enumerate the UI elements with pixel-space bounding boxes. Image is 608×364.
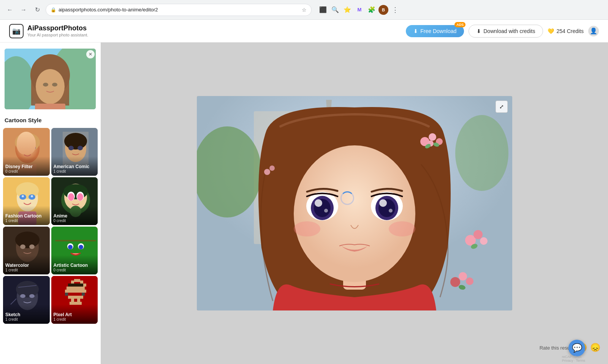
main-content: ⤢ Rate this result: 😊 😞 💬 reCAPTCHAPriva…: [101, 43, 608, 364]
svg-rect-71: [71, 299, 74, 302]
close-photo-button[interactable]: ✕: [86, 50, 95, 58]
expand-button[interactable]: ⤢: [496, 101, 508, 113]
logo-area: 📷 AiPassportPhotos Your AI passport phot…: [9, 24, 88, 38]
style-credit-fashion-cartoon: 1 credit: [5, 219, 48, 223]
free-download-button[interactable]: ADS ⬇ Free Download: [406, 25, 464, 37]
svg-rect-68: [65, 293, 68, 296]
svg-point-105: [473, 230, 483, 239]
sidebar: ✕ Cartoon Style Disney Filter 0 credit A…: [0, 43, 101, 364]
app-header: 📷 AiPassportPhotos Your AI passport phot…: [0, 20, 608, 43]
download-credits-icon: ⬇: [477, 28, 481, 34]
style-name-sketch: Sketch: [5, 312, 48, 317]
chat-widget[interactable]: 💬: [568, 340, 585, 356]
style-name-pixel-art: Pixel Art: [54, 312, 96, 317]
menu-button[interactable]: ⋮: [390, 5, 401, 15]
svg-point-20: [68, 146, 74, 150]
svg-point-87: [389, 221, 415, 236]
style-credit-sketch: 1 credit: [5, 317, 48, 321]
style-item-american-comic[interactable]: American Comic 1 credit: [51, 128, 98, 176]
style-item-anime[interactable]: Anime 0 credit: [51, 177, 98, 225]
credits-display: 💛 254 Credits: [548, 28, 584, 34]
style-overlay-pixel-art: Pixel Art 1 credit: [51, 304, 98, 324]
url-text: aipassportphotos.com/photo-to-anime/edit…: [59, 7, 299, 13]
download-credits-button[interactable]: ⬇ Download with credits: [469, 25, 543, 38]
svg-point-8: [52, 83, 57, 87]
style-item-disney[interactable]: Disney Filter 0 credit: [3, 128, 50, 176]
style-name-fashion-cartoon: Fashion Cartoon: [5, 213, 48, 219]
style-credit-watercolor: 1 credit: [5, 268, 48, 272]
style-overlay-disney: Disney Filter 0 credit: [3, 156, 50, 176]
style-name-american-comic: American Comic: [54, 164, 96, 169]
bookmark-icon: ☆: [302, 7, 307, 13]
spinner-ring: [340, 191, 354, 205]
style-name-anime: Anime: [54, 213, 96, 219]
original-photo: [5, 49, 96, 109]
camera-icon: 📷: [12, 27, 21, 35]
style-overlay-fashion-cartoon: Fashion Cartoon 1 credit: [3, 206, 50, 225]
svg-point-24: [16, 182, 39, 199]
extensions-puzzle-button[interactable]: 🧩: [366, 5, 377, 15]
style-credit-artistic-cartoon: 0 credit: [54, 268, 96, 272]
svg-point-99: [429, 133, 436, 141]
svg-point-91: [315, 199, 322, 207]
style-name-watercolor: Watercolor: [5, 263, 48, 268]
original-photo-container: ✕: [5, 49, 96, 109]
lock-icon: 🔒: [51, 7, 56, 13]
svg-rect-67: [65, 290, 86, 293]
zoom-button[interactable]: 🔍: [330, 5, 340, 15]
svg-point-97: [389, 209, 393, 213]
address-bar[interactable]: 🔒 aipassportphotos.com/photo-to-anime/ed…: [46, 4, 312, 16]
svg-point-12: [15, 133, 40, 152]
svg-rect-52: [55, 240, 96, 241]
recaptcha-notice: reCAPTCHAPrivacy · Terms: [562, 355, 585, 362]
refresh-button[interactable]: ↻: [32, 5, 43, 15]
svg-point-108: [450, 277, 460, 287]
svg-point-28: [31, 195, 33, 197]
svg-rect-74: [68, 284, 83, 287]
svg-point-96: [379, 199, 387, 207]
main-layout: ✕ Cartoon Style Disney Filter 0 credit A…: [0, 43, 608, 364]
svg-rect-66: [66, 287, 85, 290]
svg-point-42: [15, 232, 40, 248]
style-credit-pixel-art: 1 credit: [54, 317, 96, 321]
logo-icon: 📷: [9, 24, 24, 38]
svg-rect-9: [35, 104, 65, 109]
main-image: [197, 96, 512, 310]
section-title: Cartoon Style: [0, 114, 101, 128]
svg-point-57: [29, 294, 35, 298]
style-credit-anime: 0 credit: [54, 219, 96, 223]
profile-m-button[interactable]: M: [354, 5, 365, 15]
free-download-label: Free Download: [420, 28, 456, 34]
style-item-artistic-cartoon[interactable]: Artistic Cartoon 0 credit: [51, 227, 98, 274]
svg-rect-70: [68, 296, 83, 299]
style-item-sketch[interactable]: Sketch 1 credit: [3, 276, 50, 324]
download-icon: ⬇: [413, 28, 418, 34]
browser-avatar[interactable]: B: [378, 5, 388, 15]
forward-button[interactable]: →: [18, 5, 29, 15]
svg-rect-64: [80, 280, 83, 284]
svg-point-56: [20, 294, 25, 298]
back-button[interactable]: ←: [5, 5, 15, 15]
header-actions: ADS ⬇ Free Download ⬇ Download with cred…: [406, 25, 599, 38]
style-credit-american-comic: 1 credit: [54, 169, 96, 173]
heart-icon: 💛: [548, 28, 554, 34]
svg-point-34: [63, 184, 88, 199]
logo-text: AiPassportPhotos Your AI passport photo …: [27, 24, 88, 38]
user-icon[interactable]: 👤: [588, 26, 599, 36]
svg-point-7: [43, 83, 48, 87]
extensions-button[interactable]: ⬛: [318, 5, 328, 15]
style-item-watercolor[interactable]: Watercolor 1 credit: [3, 227, 50, 274]
svg-point-110: [466, 277, 473, 285]
loading-spinner: [340, 191, 356, 206]
style-item-fashion-cartoon[interactable]: Fashion Cartoon 1 credit: [3, 177, 50, 225]
style-overlay-artistic-cartoon: Artistic Cartoon 0 credit: [51, 255, 98, 274]
svg-rect-62: [71, 280, 74, 284]
style-overlay-american-comic: American Comic 1 credit: [51, 156, 98, 176]
rate-sad-button[interactable]: 😞: [590, 343, 600, 353]
svg-point-21: [78, 146, 83, 150]
browser-actions: ⬛ 🔍 ⭐ M 🧩 B ⋮: [318, 5, 401, 15]
style-item-pixel-art[interactable]: Pixel Art 1 credit: [51, 276, 98, 324]
svg-point-6: [36, 69, 65, 104]
style-name-artistic-cartoon: Artistic Cartoon: [54, 263, 96, 268]
star-button[interactable]: ⭐: [342, 5, 353, 15]
